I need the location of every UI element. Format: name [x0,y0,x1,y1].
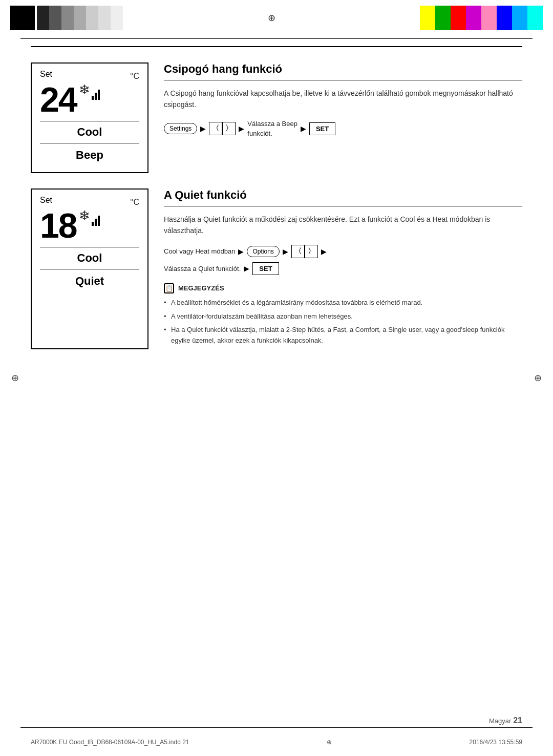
text-area-beep: Csipogó hang funkció A Csipogó hang funk… [164,62,522,173]
footer-right-text: 2016/4/23 13:55:59 [470,739,522,746]
main-content: Set °C 24 ❄ Cool Beep [31,46,522,715]
beep-label-line1: Válassza a Beep [247,119,297,129]
divider-1-quiet [40,247,139,247]
right-crosshair-icon: ⊕ [534,372,542,384]
gray-block-3 [61,6,74,30]
mode-label-quiet: Cool [40,251,139,265]
fan-bars-beep [92,90,100,100]
line1-prefix-quiet: Cool vagy Heat módban [164,247,235,255]
color-green [435,6,451,30]
fan-bar-2 [95,93,97,100]
left-crosshair-icon: ⊕ [11,372,19,384]
arrow-1-quiet: ▶ [238,247,244,256]
page-border-bottom [20,727,533,728]
color-strip-right [420,6,543,30]
section-quiet: Set °C 18 ❄ Cool Quiet A Q [31,188,522,349]
color-pink [481,6,497,30]
color-yellow [420,6,435,30]
temperature-beep: 24 [40,82,77,117]
color-cyan-blue [512,6,527,30]
divider-2-quiet [40,269,139,269]
section-body-beep: A Csipogó hang funkcióval kapcsolhatja b… [164,88,522,111]
gray-block-1 [37,6,49,30]
reg-gray-strip [37,6,123,30]
gray-block-7 [111,6,123,30]
instruction-block-quiet: Cool vagy Heat módban ▶ Options ▶ 〈 〉 ▶ … [164,245,522,275]
reg-marks-right [420,6,543,30]
reg-marks-left [10,6,123,30]
fan-bars-quiet [92,216,100,226]
temperature-quiet: 18 [40,208,77,243]
section-title-quiet: A Quiet funkció [164,188,522,206]
icon-area-quiet: ❄ [79,208,100,226]
color-blue [497,6,512,30]
nav-left-quiet[interactable]: 〈 [291,245,305,258]
section-title-beep: Csipogó hang funkció [164,62,522,80]
set-label-beep: Set [40,70,52,79]
nav-pair-beep: 〈 〉 [209,122,236,135]
arrow-4-quiet: ▶ [244,264,249,272]
top-horizontal-rule [31,46,522,47]
language-label: Magyar [489,717,511,725]
temp-unit-beep: °C [130,72,139,81]
display-panel-quiet: Set °C 18 ❄ Cool Quiet [31,188,148,349]
note-item-1: A beállított hőmérséklet és a légáramlás… [164,298,522,308]
text-area-quiet: A Quiet funkció Használja a Quiet funkci… [164,188,522,349]
fan-bar-q-2 [95,219,97,226]
fan-bar-1 [92,96,94,100]
options-button[interactable]: Options [247,246,279,257]
note-header: 📋 MEGJEGYZÉS [164,283,522,293]
snowflake-icon-beep: ❄ [79,82,90,98]
icon-area-beep: ❄ [79,82,100,100]
note-header-text: MEGJEGYZÉS [178,284,224,292]
set-button-beep[interactable]: SET [309,122,335,135]
instruction-line1-quiet: Cool vagy Heat módban ▶ Options ▶ 〈 〉 ▶ [164,245,522,258]
bottom-label-quiet: Quiet [40,275,139,288]
gray-block-4 [74,6,86,30]
mode-label-beep: Cool [40,125,139,139]
divider-2-beep [40,143,139,143]
set-label-quiet: Set [40,196,52,205]
nav-right-beep[interactable]: 〉 [222,122,236,135]
settings-button[interactable]: Settings [164,123,197,134]
note-list: A beállított hőmérséklet és a légáramlás… [164,298,522,346]
page-number: 21 [513,716,522,725]
bottom-label-beep: Beep [40,149,139,162]
arrow-2-quiet: ▶ [283,247,288,256]
top-registration-bar: ⊕ [0,0,553,36]
footer-left-text: AR7000K EU Good_IB_DB68-06109A-00_HU_A5.… [31,739,189,746]
divider-1-beep [40,121,139,121]
gray-block-6 [98,6,111,30]
fan-bar-q-1 [92,222,94,226]
note-item-2: A ventilátor-fordulatszám beállítása azo… [164,311,522,322]
set-button-quiet[interactable]: SET [252,262,279,275]
gray-block-2 [49,6,61,30]
temp-unit-quiet: °C [130,198,139,207]
nav-left-beep[interactable]: 〈 [209,122,222,135]
display-panel-beep: Set °C 24 ❄ Cool Beep [31,62,148,173]
line2-prefix-quiet: Válassza a Quiet funkciót. [164,265,241,272]
color-red [451,6,466,30]
arrow-3-quiet: ▶ [321,247,327,256]
section-beep: Set °C 24 ❄ Cool Beep [31,62,522,173]
temp-row-beep: 24 ❄ [40,82,139,117]
fan-bar-3 [98,90,100,100]
instruction-row-beep: Settings ▶ 〈 〉 ▶ Válassza a Beep funkció… [164,119,522,139]
nav-pair-quiet: 〈 〉 [291,245,318,258]
arrow-1-beep: ▶ [200,124,206,133]
footer-center-icon: ⊕ [327,739,332,746]
beep-label: Válassza a Beep funkciót. [247,119,297,139]
note-icon: 📋 [164,283,174,293]
section-body-quiet: Használja a Quiet funkciót a működési za… [164,214,522,237]
note-item-3: Ha a Quiet funkciót választja, mialatt a… [164,325,522,346]
gray-block-5 [86,6,98,30]
page-number-area: Magyar 21 [489,716,522,725]
temp-row-quiet: 18 ❄ [40,208,139,243]
footer: AR7000K EU Good_IB_DB68-06109A-00_HU_A5.… [31,739,522,746]
snowflake-icon-quiet: ❄ [79,208,90,224]
nav-right-quiet[interactable]: 〉 [305,245,318,258]
reg-black-square [10,6,35,30]
page-border-top [20,38,533,39]
instruction-line2-quiet: Válassza a Quiet funkciót. ▶ SET [164,262,522,275]
arrow-3-beep: ▶ [301,124,306,133]
